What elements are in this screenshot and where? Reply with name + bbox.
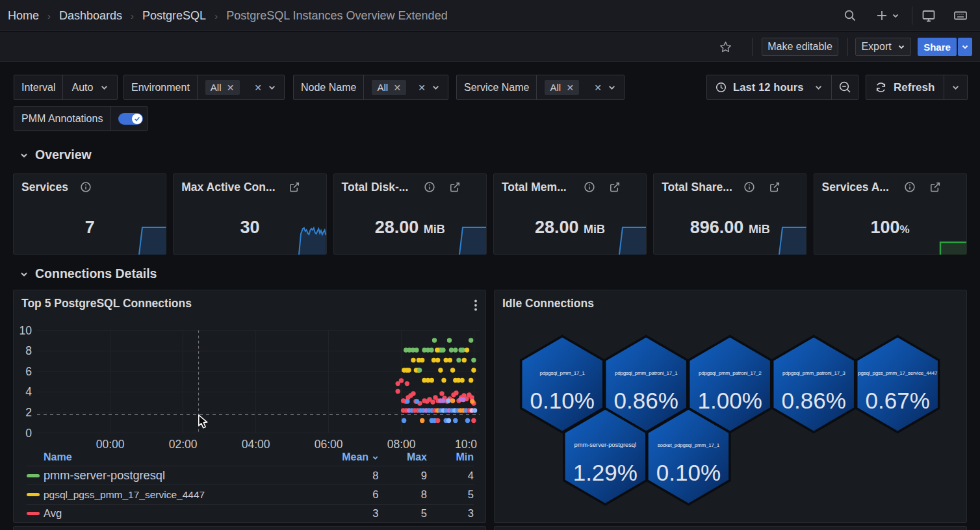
svg-text:4: 4 bbox=[25, 385, 32, 398]
svg-text:0.86%: 0.86% bbox=[782, 388, 846, 413]
svg-text:0.86%: 0.86% bbox=[614, 388, 678, 413]
svg-text:2: 2 bbox=[25, 406, 32, 419]
svg-text:0: 0 bbox=[25, 427, 32, 440]
svg-text:0.67%: 0.67% bbox=[866, 388, 930, 413]
svg-text:pdpgsql_pmm_patroni_17_1: pdpgsql_pmm_patroni_17_1 bbox=[615, 370, 678, 376]
svg-text:0.10%: 0.10% bbox=[656, 460, 721, 485]
svg-text:pdpgsql_pmm_patroni_17_2: pdpgsql_pmm_patroni_17_2 bbox=[699, 370, 762, 376]
svg-text:6: 6 bbox=[25, 365, 32, 378]
svg-text:pdpgsql_pmm_patroni_17_3: pdpgsql_pmm_patroni_17_3 bbox=[782, 370, 845, 376]
svg-text:pmm-server-postgresql: pmm-server-postgresql bbox=[574, 442, 637, 448]
svg-text:10: 10 bbox=[19, 324, 32, 337]
svg-text:0.10%: 0.10% bbox=[530, 388, 595, 413]
svg-text:socket_pdpgsql_pmm_17_1: socket_pdpgsql_pmm_17_1 bbox=[658, 442, 720, 448]
svg-text:1.00%: 1.00% bbox=[698, 388, 762, 413]
svg-text:1.29%: 1.29% bbox=[573, 460, 638, 485]
svg-text:pgsql_pgss_pmm_17_service_4447: pgsql_pgss_pmm_17_service_4447 bbox=[858, 370, 938, 376]
svg-text:pdpgsql_pmm_17_1: pdpgsql_pmm_17_1 bbox=[540, 370, 586, 376]
svg-text:8: 8 bbox=[25, 344, 32, 357]
